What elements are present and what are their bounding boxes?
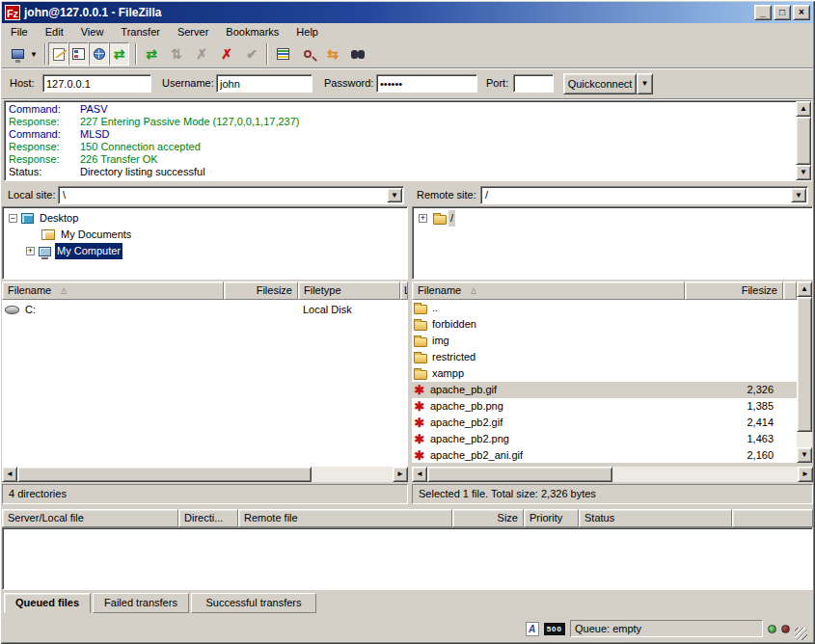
remote-file-row[interactable]: ✱apache_pb2.png1,463 [412, 431, 797, 447]
scroll-up-arrow[interactable]: ▲ [796, 101, 811, 117]
column-size[interactable]: Size [452, 509, 524, 527]
remote-h-scrollbar[interactable]: ◄ ► [412, 467, 813, 482]
queue-list[interactable] [2, 527, 813, 590]
local-file-row[interactable]: C: Local Disk [2, 302, 408, 318]
menu-help[interactable]: Help [287, 23, 327, 40]
scroll-left-arrow[interactable]: ◄ [2, 467, 17, 482]
username-input[interactable] [216, 74, 312, 93]
menu-view[interactable]: View [72, 23, 113, 40]
remote-v-scrollbar[interactable]: ▲ ▼ [797, 282, 812, 463]
site-manager-icon [12, 49, 24, 59]
quickconnect-dropdown[interactable]: ▼ [637, 73, 653, 94]
toggle-message-log-button[interactable] [48, 42, 68, 66]
filename: apache_pb2.gif [427, 415, 503, 431]
expand-icon[interactable]: + [26, 247, 35, 255]
password-input[interactable] [376, 74, 477, 93]
port-label: Port: [486, 77, 508, 89]
resize-grip[interactable] [795, 628, 807, 640]
local-tree-icon [72, 48, 85, 60]
tab-queued-files[interactable]: Queued files [4, 593, 91, 613]
column-filesize[interactable]: Filesize [685, 282, 783, 300]
remote-file-row[interactable]: img [412, 333, 797, 349]
menu-bookmarks[interactable]: Bookmarks [217, 23, 287, 40]
menu-transfer[interactable]: Transfer [112, 23, 169, 40]
log-scrollbar[interactable]: ▲ ▼ [796, 101, 811, 180]
column-filesize[interactable]: Filesize [224, 282, 298, 300]
menu-server[interactable]: Server [169, 23, 217, 40]
remote-file-row[interactable]: ✱apache_pb.png1,385 [412, 398, 797, 415]
column-filename[interactable]: Filename∆ [2, 282, 224, 300]
scroll-up-arrow[interactable]: ▲ [797, 282, 812, 297]
title-bar[interactable]: Fz john@127.0.0.1 - FileZilla _ □ × [2, 2, 813, 23]
speed-limit-icon[interactable]: 500 [544, 623, 565, 635]
cancel-operation-button[interactable]: ✗ [190, 42, 213, 66]
minimize-button[interactable]: _ [754, 5, 772, 20]
column-priority[interactable]: Priority [524, 509, 579, 527]
local-h-scrollbar[interactable]: ◄ ► [2, 467, 408, 482]
site-manager-dropdown[interactable]: ▼ [27, 42, 41, 66]
find-files-button[interactable] [346, 42, 369, 66]
collapse-icon[interactable]: − [9, 214, 17, 223]
scroll-down-arrow[interactable]: ▼ [797, 447, 812, 463]
reconnect-button[interactable]: ✔ [240, 42, 263, 66]
message-log[interactable]: Command:PASV Response:227 Entering Passi… [4, 100, 812, 181]
message-log-icon [53, 48, 65, 61]
column-server-local-file[interactable]: Server/Local file [2, 509, 178, 527]
remote-file-row-selected[interactable]: ✱apache_pb.gif2,326 [412, 382, 797, 398]
remote-file-row[interactable]: ✱apache_pb2_ani.gif2,160 [412, 447, 797, 463]
process-queue-button[interactable]: ⇅ [165, 42, 188, 66]
tree-item-my-computer[interactable]: + My Computer [26, 243, 122, 259]
combo-dropdown-button[interactable]: ▼ [791, 188, 806, 202]
scrollbar-thumb[interactable] [797, 297, 812, 432]
scrollbar-thumb[interactable] [427, 467, 612, 482]
remote-file-row[interactable]: forbidden [412, 316, 797, 333]
column-remote-file[interactable]: Remote file [238, 509, 452, 527]
synchronized-browsing-button[interactable]: ⇆ [321, 42, 344, 66]
menu-edit[interactable]: Edit [37, 23, 72, 40]
host-input[interactable] [42, 74, 151, 93]
scroll-down-arrow[interactable]: ▼ [796, 165, 811, 180]
column-filler [732, 509, 813, 527]
column-last-modified[interactable]: L [400, 282, 408, 300]
reconnect-icon: ✔ [246, 46, 258, 62]
scroll-right-arrow[interactable]: ► [798, 467, 813, 482]
local-site-combo[interactable]: \ ▼ [58, 186, 404, 204]
close-button[interactable]: × [793, 5, 810, 20]
scrollbar-thumb[interactable] [796, 117, 811, 165]
maximize-button[interactable]: □ [774, 5, 791, 20]
transfer-type-icon[interactable]: A [526, 622, 539, 636]
directory-comparison-button[interactable] [296, 42, 319, 66]
disconnect-button[interactable]: ✗ [215, 42, 238, 66]
toggle-queue-button[interactable]: ⇄ [109, 42, 129, 66]
tree-item-desktop[interactable]: − Desktop [9, 210, 80, 227]
remote-site-combo[interactable]: / ▼ [480, 186, 808, 204]
sort-asc-icon: ∆ [61, 286, 67, 296]
filetype: Local Disk [303, 302, 352, 318]
refresh-button[interactable]: ⇄ [140, 42, 163, 66]
tab-failed-transfers[interactable]: Failed transfers [93, 593, 189, 613]
quickconnect-button[interactable]: Quickconnect [563, 73, 637, 94]
site-manager-button[interactable] [6, 42, 29, 66]
combo-dropdown-button[interactable]: ▼ [387, 188, 402, 202]
remote-file-row[interactable]: restricted [412, 349, 797, 365]
menu-file[interactable]: File [2, 23, 37, 40]
filter-button[interactable] [271, 42, 294, 66]
remote-file-row[interactable]: ✱apache_pb2.gif2,414 [412, 415, 797, 431]
toolbar: ▼ ⇄ ⇄ ⇅ ✗ ✗ ✔ ⇆ [2, 40, 813, 67]
remote-file-row[interactable]: .. [412, 300, 797, 316]
column-direction[interactable]: Directi... [178, 509, 238, 527]
column-filename[interactable]: Filename∆ [412, 282, 685, 300]
tab-successful-transfers[interactable]: Successful transfers [191, 593, 316, 613]
scroll-left-arrow[interactable]: ◄ [412, 467, 427, 482]
scrollbar-thumb[interactable] [17, 467, 312, 482]
scroll-right-arrow[interactable]: ► [393, 467, 408, 482]
toggle-remote-tree-button[interactable] [89, 42, 109, 66]
column-filetype[interactable]: Filetype [298, 282, 400, 300]
toggle-local-tree-button[interactable] [68, 42, 89, 66]
tree-item-root[interactable]: + / [419, 210, 455, 227]
remote-file-row[interactable]: xampp [412, 365, 797, 382]
column-status[interactable]: Status [579, 509, 732, 527]
tree-item-my-documents[interactable]: My Documents [41, 227, 133, 243]
expand-icon[interactable]: + [419, 214, 427, 223]
port-input[interactable] [513, 74, 554, 93]
